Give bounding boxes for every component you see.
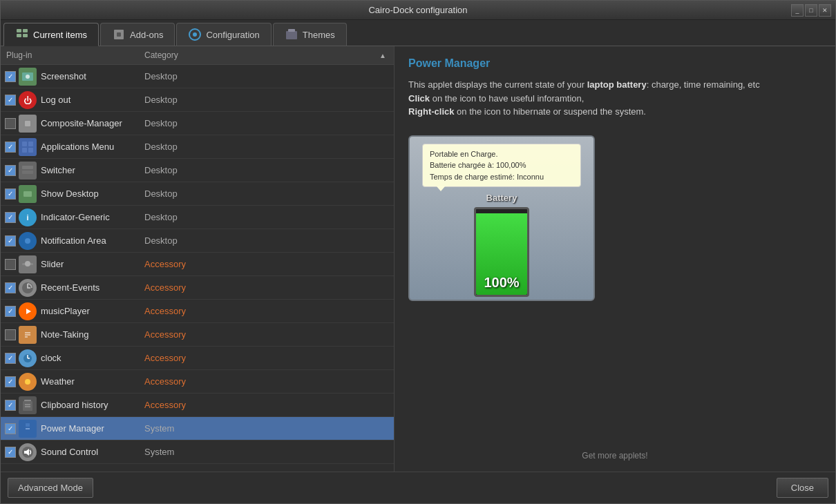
svg-point-7: [193, 32, 197, 37]
list-item[interactable]: musicPlayer Accessory: [1, 300, 394, 323]
battery-preview: Portable en Charge. Batterie chargée à: …: [408, 135, 595, 301]
get-more-link[interactable]: Get more applets!: [582, 451, 647, 461]
svg-rect-20: [22, 166, 33, 169]
plugin-list[interactable]: Screenshot Desktop ⏻ Log out Desktop: [1, 65, 394, 472]
list-item[interactable]: ⏻ Log out Desktop: [1, 88, 394, 112]
item-name-appmenu: Applications Menu: [41, 142, 144, 152]
minimize-button[interactable]: _: [791, 4, 804, 17]
svg-rect-2: [17, 34, 21, 37]
tab-add-ons[interactable]: Add-ons: [100, 23, 175, 46]
checkbox-showdesktop[interactable]: [5, 188, 16, 200]
svg-rect-18: [22, 148, 27, 153]
list-item[interactable]: Applications Menu Desktop: [1, 135, 394, 159]
list-item[interactable]: Sound Control System: [1, 440, 394, 464]
themes-tab-icon: [285, 28, 298, 41]
tab-bar: Current items Add-ons Configuration: [1, 20, 835, 46]
checkbox-switcher[interactable]: [5, 165, 16, 176]
list-item[interactable]: i Indicator-Generic Desktop: [1, 206, 394, 229]
icon-clock: [19, 349, 37, 367]
maximize-button[interactable]: □: [805, 4, 817, 17]
item-name-weather: Weather: [41, 376, 144, 387]
tab-themes[interactable]: Themes: [273, 23, 347, 46]
list-item[interactable]: Power Manager System: [1, 417, 394, 440]
svg-rect-48: [26, 423, 30, 427]
list-item[interactable]: Composite-Manager Desktop: [1, 112, 394, 135]
checkbox-indicator[interactable]: [5, 212, 16, 223]
checkbox-logout[interactable]: [5, 95, 16, 106]
svg-text:⏻: ⏻: [23, 96, 32, 106]
window-controls: _ □ ✕: [791, 4, 831, 17]
main-content: Plug-in Category ▲ Screenshot Desktop: [1, 46, 835, 472]
checkbox-notification[interactable]: [5, 235, 16, 246]
icon-composite: [19, 115, 37, 133]
checkbox-slider[interactable]: [5, 259, 16, 270]
desc-rightclick: Right-click: [408, 106, 454, 117]
checkbox-note[interactable]: [5, 329, 16, 340]
checkbox-screenshot[interactable]: [5, 71, 16, 82]
icon-slider: [19, 255, 37, 273]
checkbox-music[interactable]: [5, 306, 16, 317]
battery-graphic: 100%: [474, 207, 529, 297]
list-item[interactable]: Notification Area Desktop: [1, 229, 394, 253]
advanced-mode-button[interactable]: Advanced Mode: [8, 478, 93, 498]
item-category-clock: Accessory: [144, 353, 390, 363]
item-name-composite: Composite-Manager: [41, 118, 144, 128]
list-item[interactable]: Clipboard history Accessory: [1, 394, 394, 417]
item-category-clipboard: Accessory: [144, 400, 390, 410]
checkbox-sound[interactable]: [5, 447, 16, 458]
item-name-power: Power Manager: [41, 423, 144, 434]
list-item[interactable]: Switcher Desktop: [1, 159, 394, 182]
svg-rect-15: [25, 121, 30, 126]
header-scroll-indicator: ▲: [377, 50, 388, 60]
checkbox-appmenu[interactable]: [5, 142, 16, 153]
list-item[interactable]: Recent-Events Accessory: [1, 276, 394, 300]
plugin-title: Power Manager: [408, 57, 821, 70]
item-category-power: System: [144, 423, 390, 434]
icon-sound: [19, 443, 37, 461]
desc-text-1b: : charge, time remaining, etc: [647, 79, 760, 90]
tooltip-line3: Temps de charge estimé: Inconnu: [430, 171, 573, 183]
close-button[interactable]: Close: [777, 478, 828, 498]
scroll-up-icon: ▲: [379, 52, 386, 59]
tab-current-items-label: Current items: [33, 30, 87, 40]
icon-recent: [19, 279, 37, 297]
checkbox-power[interactable]: [5, 423, 16, 434]
desc-text-2: on the icon to have useful inforamtion,: [430, 93, 584, 104]
tab-current-items[interactable]: Current items: [3, 23, 99, 46]
item-category-indicator: Desktop: [144, 212, 390, 222]
battery-top: [491, 207, 512, 208]
icon-screenshot: [19, 68, 37, 86]
battery-percent: 100%: [476, 275, 527, 291]
list-item[interactable]: Show Desktop Desktop: [1, 182, 394, 206]
list-item[interactable]: clock Accessory: [1, 347, 394, 370]
svg-point-11: [26, 75, 30, 79]
desc-text-1: This applet displays the current state o…: [408, 79, 585, 90]
item-category-slider: Accessory: [144, 259, 390, 269]
close-window-button[interactable]: ✕: [819, 4, 831, 17]
list-item[interactable]: Weather Accessory: [1, 370, 394, 394]
item-name-note: Note-Taking: [41, 329, 144, 340]
checkbox-clock[interactable]: [5, 353, 16, 364]
item-name-showdesktop: Show Desktop: [41, 188, 144, 199]
list-item[interactable]: Note-Taking Accessory: [1, 323, 394, 347]
svg-rect-0: [17, 29, 21, 32]
tooltip-line2: Batterie chargée à: 100,00%: [430, 159, 573, 171]
list-item[interactable]: Slider Accessory: [1, 253, 394, 276]
item-name-recent: Recent-Events: [41, 282, 144, 293]
titlebar: Cairo-Dock configuration _ □ ✕: [1, 1, 835, 20]
checkbox-recent[interactable]: [5, 282, 16, 293]
checkbox-composite[interactable]: [5, 118, 16, 129]
item-name-notification: Notification Area: [41, 235, 144, 246]
svg-rect-21: [22, 171, 33, 174]
svg-rect-16: [22, 142, 27, 146]
get-more-section: Get more applets!: [408, 436, 821, 461]
item-category-notification: Desktop: [144, 235, 390, 246]
tab-configuration[interactable]: Configuration: [176, 23, 271, 46]
list-item[interactable]: Screenshot Desktop: [1, 65, 394, 88]
checkbox-weather[interactable]: [5, 376, 16, 387]
svg-rect-17: [28, 142, 33, 146]
icon-notification: [19, 232, 37, 250]
item-name-sound: Sound Control: [41, 447, 144, 457]
checkbox-clipboard[interactable]: [5, 400, 16, 411]
right-panel: Power Manager This applet displays the c…: [395, 46, 835, 472]
